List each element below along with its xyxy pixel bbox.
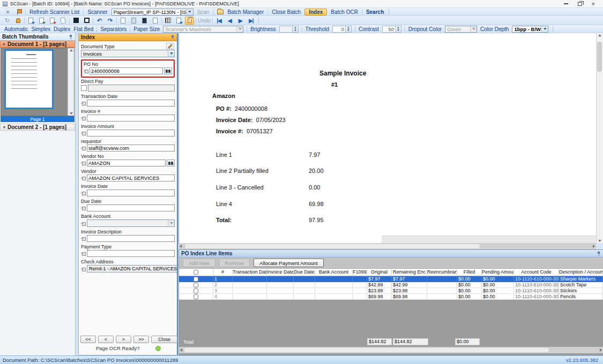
- line-item-row[interactable]: 1 $7.97 $7.97 $0.00 $0.00 10-1110-610-00…: [179, 276, 603, 282]
- line-item-row[interactable]: 4 $69.98 $69.98 $0.00 $0.00 10-1110-610-…: [179, 294, 603, 300]
- scroll-up-icon[interactable]: [598, 34, 601, 36]
- last-page-icon[interactable]: ▶|: [247, 17, 256, 25]
- duplex-button[interactable]: Duplex: [54, 26, 70, 32]
- scroll-left-icon[interactable]: [180, 245, 182, 248]
- stepper-arrows-icon[interactable]: [395, 26, 401, 32]
- scroll-down-icon[interactable]: [598, 240, 601, 242]
- pin-icon[interactable]: [81, 252, 86, 255]
- remove-button[interactable]: Remove: [219, 259, 250, 267]
- check-address-select[interactable]: Remit-1 - AMAZON CAPITAL SERVICES: [87, 265, 177, 272]
- payment-type-input[interactable]: [87, 250, 175, 257]
- delete-batch-icon[interactable]: ×: [3, 8, 12, 16]
- refresh-scanner-list-button[interactable]: Refresh Scanner List: [29, 9, 79, 15]
- close-index-button[interactable]: Close: [151, 336, 177, 343]
- viewer-horizontal-scroll-thumb[interactable]: [185, 244, 480, 248]
- stamp-icon[interactable]: [13, 17, 23, 25]
- invoice-number-input[interactable]: [87, 115, 175, 122]
- scroll-right-icon[interactable]: [593, 245, 595, 248]
- expand-icon[interactable]: »: [2, 126, 6, 128]
- undo-icon[interactable]: ↶: [95, 17, 104, 25]
- redo-icon[interactable]: ↷: [106, 17, 115, 25]
- pin-icon[interactable]: [81, 206, 86, 210]
- next-page-icon[interactable]: ▶: [236, 17, 245, 25]
- viewer-vertical-scroll-thumb[interactable]: [597, 42, 602, 72]
- chevron-down-icon[interactable]: [541, 26, 548, 32]
- color-depth-select[interactable]: 1bpp - B/W: [512, 26, 548, 33]
- rotate-batch-icon[interactable]: ↻: [3, 17, 12, 25]
- scroll-right-icon[interactable]: [600, 348, 602, 352]
- previous-page-icon[interactable]: ◀: [225, 17, 234, 25]
- batch-ocr-button[interactable]: Batch OCR: [331, 9, 358, 15]
- lookup-binoculars-icon[interactable]: [167, 160, 175, 166]
- dropout-color-select[interactable]: Green: [445, 26, 477, 33]
- close-batch-button[interactable]: Close Batch: [272, 9, 301, 15]
- pin-icon[interactable]: [81, 222, 86, 225]
- due-date-input[interactable]: [87, 204, 175, 211]
- remove-border-icon[interactable]: [82, 17, 91, 25]
- vendor-input[interactable]: [87, 175, 175, 181]
- document-2-header[interactable]: » Document 2 - [1 pages]: [0, 124, 75, 131]
- pin-icon[interactable]: [81, 176, 86, 180]
- row-checkbox[interactable]: [193, 294, 198, 299]
- copy-page-icon[interactable]: [151, 17, 160, 25]
- pin-icon[interactable]: [81, 131, 86, 135]
- first-record-button[interactable]: <<: [80, 336, 96, 343]
- row-checkbox[interactable]: [193, 277, 198, 282]
- vendor-no-input[interactable]: [87, 160, 166, 166]
- flag-icon[interactable]: [16, 9, 21, 15]
- automatic-button[interactable]: Automatic: [4, 26, 28, 32]
- search-button[interactable]: Search: [366, 9, 384, 15]
- toolbar-overflow-icon[interactable]: [389, 9, 392, 15]
- flat-bed-button[interactable]: Flat Bed: [73, 26, 93, 32]
- select-all-checkbox[interactable]: [193, 270, 198, 275]
- pin-icon[interactable]: [81, 237, 86, 240]
- stepper-arrows-icon[interactable]: [345, 26, 351, 32]
- pin-icon[interactable]: [81, 116, 86, 120]
- minimize-icon[interactable]: [564, 3, 568, 4]
- black-border-icon[interactable]: [71, 17, 80, 25]
- insert-page-icon[interactable]: [129, 17, 138, 25]
- rotate-right-icon[interactable]: [37, 17, 46, 25]
- bank-account-select[interactable]: [87, 219, 175, 227]
- pin-icon[interactable]: [84, 69, 88, 73]
- scroll-up-icon[interactable]: [70, 49, 73, 51]
- close-icon[interactable]: ×: [592, 2, 595, 6]
- add-new-button[interactable]: Add New: [183, 259, 215, 267]
- lookup-binoculars-icon[interactable]: [164, 67, 172, 74]
- po-no-input[interactable]: [90, 67, 163, 74]
- contrast-stepper[interactable]: 50: [382, 26, 401, 33]
- collapse-icon[interactable]: »: [2, 43, 6, 46]
- rotate-left-icon[interactable]: [26, 17, 35, 25]
- next-record-button[interactable]: >: [116, 336, 131, 343]
- transaction-date-input[interactable]: [87, 100, 175, 107]
- batch-manager-button[interactable]: Batch Manager: [227, 9, 264, 15]
- pin-icon[interactable]: [81, 101, 86, 105]
- first-page-icon[interactable]: |◀: [214, 17, 224, 25]
- brightness-stepper[interactable]: [279, 26, 299, 33]
- select-page-icon[interactable]: [174, 17, 183, 25]
- page-thumbnail[interactable]: [4, 49, 54, 109]
- invoice-description-input[interactable]: [87, 235, 175, 242]
- requestor-input[interactable]: [87, 145, 175, 151]
- delete-page-icon[interactable]: [140, 17, 149, 25]
- edit-document-type-button[interactable]: [166, 43, 174, 49]
- index-button[interactable]: Index: [304, 9, 327, 16]
- pin-icon[interactable]: [81, 191, 86, 195]
- toolbar-overflow-icon[interactable]: [258, 18, 262, 24]
- restore-icon[interactable]: [578, 2, 582, 6]
- document-1-header[interactable]: » Document 1 - [1 pages]: [0, 41, 75, 48]
- separators-button[interactable]: Separators: [100, 26, 126, 32]
- scroll-down-icon[interactable]: [70, 112, 73, 115]
- row-checkbox[interactable]: [193, 283, 198, 287]
- toolbar-overflow-icon[interactable]: [553, 26, 556, 32]
- threshold-stepper[interactable]: 0: [332, 26, 352, 33]
- undo-button[interactable]: Undo: [198, 18, 211, 24]
- line-items-horizontal-scrollbar[interactable]: [179, 347, 603, 353]
- document-viewer[interactable]: Sample Invoice #1 Amazon PO #: 240000000…: [178, 33, 596, 243]
- pin-icon[interactable]: [81, 161, 86, 165]
- simplex-button[interactable]: Simplex: [31, 26, 50, 32]
- barcode-icon[interactable]: [163, 17, 173, 25]
- thumbnail-scrollbar[interactable]: [68, 48, 74, 116]
- line-item-row[interactable]: 2 $42.99 $42.99 $0.00 $0.00 10-1110-610-…: [179, 282, 603, 288]
- paper-size-select[interactable]: Scanner's Maximum: [163, 26, 243, 33]
